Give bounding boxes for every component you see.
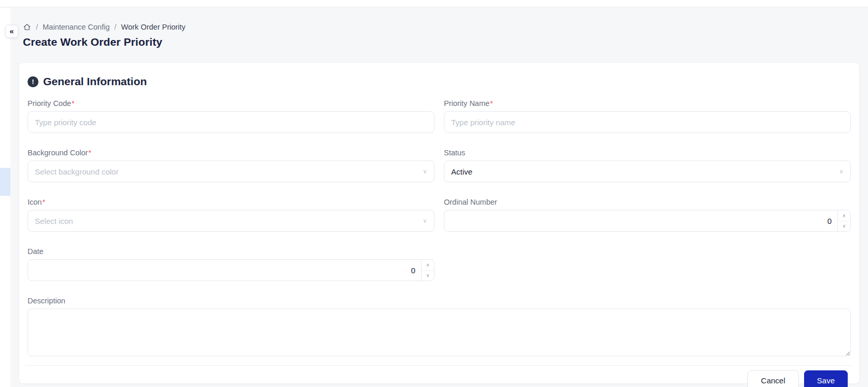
breadcrumb-separator: / <box>114 23 116 31</box>
spinner-up-button[interactable]: ∧ <box>838 210 850 221</box>
breadcrumb-item-maintenance-config[interactable]: Maintenance Config <box>43 23 110 31</box>
collapse-sidebar-button[interactable]: « <box>5 25 18 38</box>
status-select[interactable]: Active ∨ <box>444 161 851 182</box>
date-input-wrap: ∧ ∨ <box>28 259 435 281</box>
section-title: General Information <box>43 75 147 88</box>
form-grid: Priority Code* Priority Name* Background… <box>28 99 851 356</box>
priority-name-label: Priority Name* <box>444 99 851 108</box>
exclamation-circle-icon: ! <box>28 76 38 87</box>
breadcrumb: / Maintenance Config / Work Order Priori… <box>23 23 868 31</box>
field-priority-name: Priority Name* <box>444 99 851 133</box>
status-label: Status <box>444 149 851 157</box>
required-mark: * <box>88 149 91 157</box>
icon-label: Icon* <box>28 198 435 206</box>
background-color-label: Background Color* <box>28 149 435 157</box>
field-status: Status Active ∨ <box>444 149 851 182</box>
priority-code-input[interactable] <box>28 111 435 133</box>
priority-name-input[interactable] <box>444 111 851 133</box>
date-label: Date <box>28 247 435 256</box>
chevron-up-icon: ∧ <box>843 213 846 218</box>
card-footer: Cancel Save <box>28 366 851 387</box>
sidebar-active-item[interactable] <box>0 168 10 196</box>
priority-code-label: Priority Code* <box>28 99 435 108</box>
status-select-value: Active <box>451 167 472 176</box>
ordinal-number-input-wrap: ∧ ∨ <box>444 210 851 232</box>
date-spinner: ∧ ∨ <box>421 260 434 281</box>
page-title: Create Work Order Priority <box>23 36 868 48</box>
description-textarea[interactable] <box>28 309 851 356</box>
spinner-down-button[interactable]: ∨ <box>838 221 850 232</box>
icon-select-placeholder: Select icon <box>35 217 73 225</box>
field-empty-slot <box>444 247 851 281</box>
ordinal-number-input[interactable] <box>444 210 850 231</box>
background-color-select[interactable]: Select background color ∨ <box>28 161 435 182</box>
top-bar <box>0 0 868 7</box>
field-description: Description <box>28 297 851 356</box>
chevron-down-icon: ∨ <box>423 217 427 224</box>
chevron-down-icon: ∨ <box>843 223 846 229</box>
description-label: Description <box>28 297 851 305</box>
required-mark: * <box>490 99 493 108</box>
breadcrumb-separator: / <box>36 23 38 31</box>
section-header: ! General Information <box>28 75 851 88</box>
chevron-down-icon: ∨ <box>423 168 427 175</box>
required-mark: * <box>72 99 75 108</box>
chevron-down-icon: ∨ <box>839 168 844 175</box>
field-priority-code: Priority Code* <box>28 99 435 133</box>
field-ordinal-number: Ordinal Number ∧ ∨ <box>444 198 851 232</box>
chevrons-left-icon: « <box>9 27 14 35</box>
home-icon[interactable] <box>23 23 31 31</box>
form-card: ! General Information Priority Code* Pri… <box>19 62 860 384</box>
spinner-up-button[interactable]: ∧ <box>422 260 434 271</box>
field-background-color: Background Color* Select background colo… <box>28 149 435 182</box>
ordinal-number-spinner: ∧ ∨ <box>837 210 850 231</box>
date-input[interactable] <box>28 260 434 281</box>
field-icon: Icon* Select icon ∨ <box>28 198 435 232</box>
cancel-button[interactable]: Cancel <box>747 370 799 387</box>
spinner-down-button[interactable]: ∨ <box>422 271 434 281</box>
breadcrumb-item-work-order-priority: Work Order Priority <box>121 23 186 31</box>
chevron-up-icon: ∧ <box>426 262 430 268</box>
icon-select[interactable]: Select icon ∨ <box>28 210 435 232</box>
collapsed-sidebar <box>0 8 10 387</box>
chevron-down-icon: ∨ <box>426 273 430 278</box>
main-content: / Maintenance Config / Work Order Priori… <box>10 8 868 387</box>
required-mark: * <box>42 198 45 206</box>
background-color-select-placeholder: Select background color <box>35 167 119 176</box>
ordinal-number-label: Ordinal Number <box>444 198 851 206</box>
save-button[interactable]: Save <box>804 370 848 387</box>
field-date: Date ∧ ∨ <box>28 247 435 281</box>
